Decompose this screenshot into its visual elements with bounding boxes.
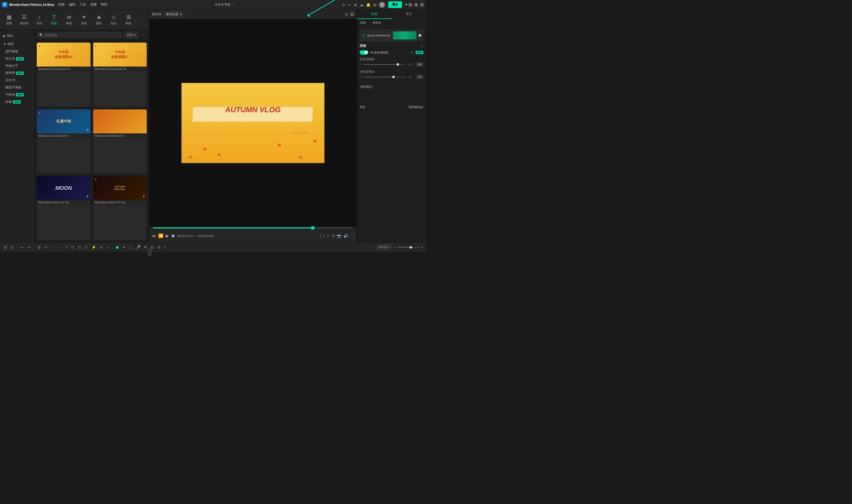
toolbar-transition[interactable]: ⇌ 轉場 — [62, 12, 76, 27]
slider-voice-bg-track[interactable] — [363, 77, 406, 77]
frame-back-button[interactable]: ⏪ — [158, 233, 163, 238]
sidebar-item-subtitle[interactable]: 標題字幕修 — [1, 84, 33, 91]
sidebar-item-featured[interactable]: 熱門推薦 — [1, 48, 33, 55]
slider-voice-bg-thumb[interactable] — [392, 76, 395, 78]
motion-icon[interactable]: ≈ — [163, 244, 167, 251]
delete-icon[interactable]: 🗑 — [36, 244, 42, 251]
split-icon[interactable]: ⋮ — [50, 244, 56, 251]
remove-bg-icon[interactable]: ⊕ — [156, 244, 162, 251]
close-panel-button[interactable]: 關閉幅面板 — [409, 105, 423, 109]
thumbnail-card-4[interactable]: ♥ ⬇ Mid Autumn Festival 01 O... — [93, 109, 147, 174]
thumbnail-card-6[interactable]: ♥ AUTUMNFESTIVAL ⬇ Mid Autumn Moon CN Op… — [93, 176, 147, 240]
volume-icon[interactable]: 🔊 — [343, 234, 348, 238]
toolbar-title[interactable]: T 標題 — [47, 13, 61, 27]
more-tools-icon[interactable]: » — [105, 244, 109, 251]
minimize-button[interactable]: ─ — [409, 3, 412, 7]
download-icon-4[interactable]: ⬇ — [142, 128, 145, 132]
thumbnail-card-3[interactable]: ♥ 礼遇中秋 ⬇ Mid Autumn Festival 01 O... — [37, 109, 91, 174]
effects-icon[interactable]: ✦ — [122, 244, 127, 251]
landscape-icon[interactable]: 🖼 — [350, 12, 354, 17]
subtab-voice-change[interactable]: 變聲器 — [369, 19, 384, 26]
stop-button[interactable]: ⏹ — [171, 234, 175, 238]
clear-noise-label[interactable]: 消除雜訊 — [360, 85, 373, 89]
record-icon[interactable]: ⏺ — [114, 244, 120, 251]
keyframe-icon[interactable]: ◇ — [128, 244, 133, 251]
rotate-icon[interactable]: ↻ — [76, 244, 82, 251]
toolbar-sticker[interactable]: ☺ 貼紙 — [107, 13, 121, 27]
text-icon[interactable]: T — [65, 244, 69, 251]
magnet-icon[interactable]: ⊡ — [9, 244, 15, 251]
toolbar-media[interactable]: ▦ 媒體 — [2, 12, 16, 27]
close-button[interactable]: ✕ — [420, 3, 424, 7]
thumbnail-card-5[interactable]: MOON ⬇ Mid Autumn Moon CN Op... — [37, 176, 91, 240]
menu-view[interactable]: 視圖 — [90, 2, 97, 7]
ripple-icon[interactable]: ⋯ — [57, 244, 64, 251]
indicator-button[interactable]: 指示器 ▾ — [376, 244, 392, 250]
speed-icon[interactable]: ⚡ — [90, 244, 97, 251]
toolbar-template[interactable]: ⊞ 模板 — [122, 12, 135, 27]
slider-voice-clarity-thumb[interactable] — [396, 63, 399, 66]
zoom-plus-button[interactable]: + — [421, 245, 423, 250]
collapse-panel-button[interactable]: ‹ — [148, 248, 151, 252]
grid-view-icon[interactable]: ⊞ — [345, 12, 348, 17]
sidebar-item-school[interactable]: 開學季 NEW — [1, 70, 33, 77]
sidebar-item-variety[interactable]: 綜藝 NEW — [1, 98, 33, 105]
menu-file[interactable]: 檔案 — [58, 2, 65, 7]
filter-button[interactable]: 全部 ▾ — [124, 32, 139, 39]
user-avatar[interactable]: U — [379, 2, 385, 8]
audio-control-dot[interactable] — [419, 34, 421, 37]
mark-in-icon[interactable]: { — [320, 234, 321, 238]
ai-info-icon[interactable]: ℹ — [411, 51, 413, 54]
zoom-thumb[interactable] — [410, 246, 412, 249]
monitor-icon[interactable]: ▭ — [348, 3, 351, 7]
sidebar-item-plaintext[interactable]: 純文本 NEW — [1, 55, 33, 62]
sidebar-item-effects[interactable]: 特效文字 — [1, 62, 33, 70]
ai-toggle[interactable] — [360, 50, 368, 55]
mic-icon[interactable]: 🎤 — [134, 244, 142, 251]
export-dropdown[interactable]: ▾ — [405, 2, 407, 7]
pip-icon[interactable]: ⧉ — [332, 234, 335, 238]
download-icon-1[interactable]: ⬇ — [86, 61, 89, 65]
track-manager-icon[interactable]: ⊞ — [3, 244, 8, 251]
play-button[interactable]: ▶ — [166, 233, 169, 238]
search-input[interactable] — [45, 33, 120, 37]
snapshot-icon[interactable]: 📷 — [337, 234, 341, 238]
grid-icon[interactable]: ⊞ — [373, 3, 377, 7]
download-icon-6[interactable]: ⬇ — [142, 195, 145, 198]
cloud-icon[interactable]: ☁ — [360, 3, 363, 7]
mark-out-icon[interactable]: } — [323, 234, 325, 238]
zoom-minus-button[interactable]: − — [394, 245, 396, 250]
audio-fade-icon[interactable]: ≋ — [98, 244, 104, 251]
download-icon-2[interactable]: ⬇ — [142, 61, 145, 65]
bell-icon[interactable]: 🔔 — [366, 3, 370, 7]
toolbar-effect[interactable]: ✦ 效果 — [77, 12, 91, 27]
search-header-icon[interactable]: ⊙ — [342, 3, 345, 7]
skip-back-button[interactable]: ⏮ — [152, 234, 156, 238]
sidebar-item-midfest[interactable]: 中秋節 NEW — [1, 91, 33, 98]
video-progress-bar[interactable] — [153, 227, 353, 229]
more-options-button[interactable]: ··· — [140, 32, 147, 38]
slider-voice-clarity-track[interactable] — [363, 64, 406, 65]
sidebar-item-3d[interactable]: 3D文字 — [1, 77, 33, 84]
thumbnail-card-2[interactable]: ♥ 中秋節創意標題07 ⬇ Mid Autumn Festival 01 Tit… — [93, 42, 147, 107]
sidebar-header-mine[interactable]: ▶ 我的 — [1, 32, 33, 40]
tab-speed[interactable]: 速度 — [392, 10, 426, 19]
toolbar-filter[interactable]: ◈ 濾鏡 — [92, 12, 106, 27]
toolbar-assets[interactable]: ☰ 素材庫 — [17, 12, 31, 27]
freeze-icon[interactable]: ❄ — [143, 244, 148, 251]
adjust-icon[interactable]: ◇ — [420, 44, 423, 48]
fullscreen-icon[interactable]: ⛶ — [350, 234, 354, 238]
menu-tools[interactable]: 工具 — [79, 2, 86, 7]
menu-edit[interactable]: 編輯 — [69, 2, 75, 7]
reset-button[interactable]: 重置 — [360, 105, 366, 109]
maximize-button[interactable]: □ — [414, 3, 418, 7]
toolbar-audio[interactable]: ♪ 音頻 — [32, 13, 46, 27]
sidebar-header-title[interactable]: ▼ 標題 — [1, 40, 33, 48]
subtab-speed-adjust[interactable]: 調速 — [357, 19, 369, 26]
export-button[interactable]: 導出 — [388, 1, 402, 8]
zoom-slider[interactable] — [398, 247, 419, 248]
crop-tl-icon[interactable]: ⊓ — [70, 244, 75, 251]
download-icon-5[interactable]: ⬇ — [86, 195, 89, 198]
timer-icon[interactable]: ⏱ — [83, 244, 89, 251]
quality-select[interactable]: 最高品質 ▾ — [163, 11, 184, 18]
